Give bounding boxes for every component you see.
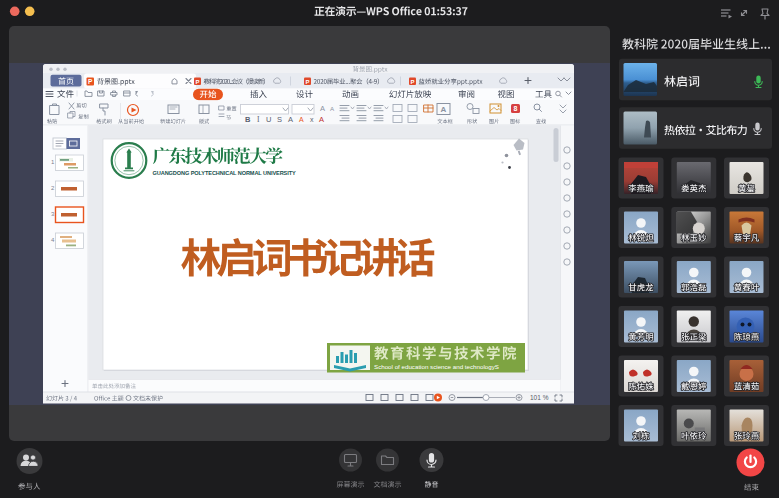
svg-text:8: 8 [514,105,518,112]
svg-text:U: U [266,115,271,124]
svg-text:P: P [305,79,309,85]
svg-text:x: x [310,116,314,123]
svg-text:B: B [245,115,251,124]
svg-text:101 %: 101 % [530,394,549,401]
svg-text:GUANGDONG POLYTECHNICAL NORMAL: GUANGDONG POLYTECHNICAL NORMAL UNIVERSIT… [153,170,296,176]
svg-text:S: S [277,115,282,124]
svg-text:P: P [195,79,199,85]
svg-text:School of education science: School of education science and technolo… [374,363,499,370]
svg-text:A: A [299,116,304,123]
svg-text:A: A [320,104,325,113]
svg-text:P: P [410,79,414,85]
svg-text:A: A [319,115,324,124]
svg-text:A: A [441,105,447,114]
svg-text:P: P [88,78,93,85]
svg-text:A: A [288,115,293,124]
